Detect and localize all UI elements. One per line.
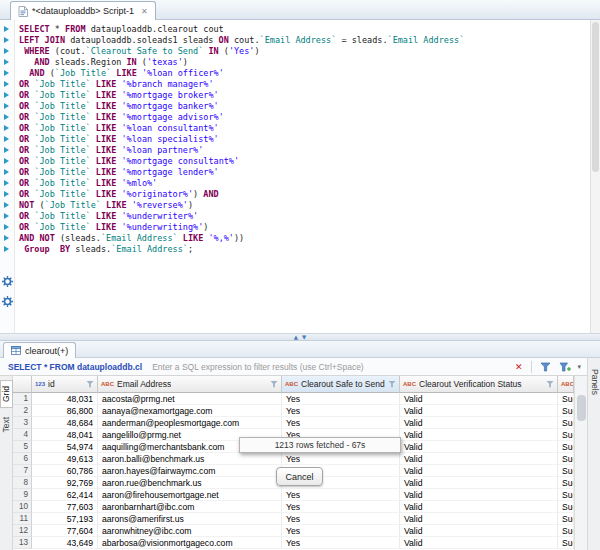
grid-cell[interactable]: 48,031 <box>32 393 98 405</box>
grid-cell[interactable]: Yes <box>282 537 400 549</box>
row-number[interactable]: 9 <box>13 489 32 501</box>
sql-code[interactable]: SELECT * FROM datauploaddb.clearout cout… <box>19 24 464 255</box>
grid-cell[interactable]: Yes <box>282 393 400 405</box>
view-tab-text[interactable]: Text <box>1 412 12 438</box>
statement-marker-icon[interactable] <box>4 37 9 43</box>
statement-marker-icon[interactable] <box>4 70 9 76</box>
row-number-header[interactable] <box>13 376 32 393</box>
table-row[interactable]: 1157,193aarons@amerifirst.usYesValidSucc… <box>13 513 574 525</box>
statement-marker-icon[interactable] <box>4 103 9 109</box>
apply-filter-icon[interactable] <box>536 362 555 372</box>
grid-cell[interactable]: Yes <box>282 525 400 537</box>
table-row[interactable]: 649,613aaron.balli@benchmark.usYesValidS… <box>13 453 574 465</box>
statement-marker-icon[interactable] <box>4 224 9 230</box>
grid-cell[interactable]: aacosta@prmg.net <box>98 393 282 405</box>
column-filter-icon[interactable] <box>388 380 396 388</box>
editor-results-splitter[interactable]: ▲▼ <box>0 333 600 341</box>
cancel-button[interactable]: Cancel <box>276 467 323 486</box>
statement-marker-icon[interactable] <box>4 26 9 32</box>
row-number[interactable]: 5 <box>13 441 32 453</box>
statement-marker-icon[interactable] <box>4 114 9 120</box>
column-filter-icon[interactable] <box>546 380 554 388</box>
grid-cell[interactable]: Succe <box>558 465 574 477</box>
statement-marker-icon[interactable] <box>4 213 9 219</box>
grid-cell[interactable]: aaron@firehousemortgage.net <box>98 489 282 501</box>
grid-cell[interactable]: 43,649 <box>32 537 98 549</box>
grid-cell[interactable]: Valid <box>400 417 558 429</box>
grid-cell[interactable]: Succe <box>558 429 574 441</box>
statement-marker-icon[interactable] <box>4 125 9 131</box>
row-number[interactable]: 4 <box>13 429 32 441</box>
grid-cell[interactable]: Valid <box>400 513 558 525</box>
column-header-email-address[interactable]: ABCEmail Address <box>98 376 282 393</box>
grid-cell[interactable]: Yes <box>282 501 400 513</box>
grid-cell[interactable]: aaron.hayes@fairwaymc.com <box>98 465 282 477</box>
row-number[interactable]: 10 <box>13 501 32 513</box>
grid-cell[interactable]: Succe <box>558 525 574 537</box>
column-filter-icon[interactable] <box>270 380 278 388</box>
column-filter-icon[interactable] <box>86 380 94 388</box>
grid-cell[interactable]: Yes <box>282 513 400 525</box>
scrollbar-thumb[interactable] <box>592 22 599 172</box>
statement-marker-icon[interactable] <box>4 158 9 164</box>
column-header-clearout-safe-to-send[interactable]: ABCClearout Safe to Send <box>282 376 400 393</box>
row-number[interactable]: 1 <box>13 393 32 405</box>
grid-cell[interactable]: Succe <box>558 417 574 429</box>
row-number[interactable]: 2 <box>13 405 32 417</box>
grid-scrollbar[interactable] <box>574 376 587 550</box>
grid-cell[interactable]: Yes <box>282 453 400 465</box>
row-number[interactable]: 6 <box>13 453 32 465</box>
grid-cell[interactable]: 92,769 <box>32 477 98 489</box>
grid-cell[interactable]: Valid <box>400 429 558 441</box>
table-row[interactable]: 348,684aanderman@peoplesmortgage.comYesV… <box>13 417 574 429</box>
sql-editor[interactable]: SELECT * FROM datauploaddb.clearout cout… <box>0 20 600 333</box>
filter-input[interactable] <box>152 362 510 372</box>
grid-cell[interactable]: Succe <box>558 453 574 465</box>
statement-marker-icon[interactable] <box>4 147 9 153</box>
grid-cell[interactable]: Valid <box>400 453 558 465</box>
grid-cell[interactable]: 54,974 <box>32 441 98 453</box>
grid-cell[interactable]: Valid <box>400 477 558 489</box>
results-tab-clearout[interactable]: clearout(+) <box>3 342 76 358</box>
grid-cell[interactable]: abarbosa@visionmortgageco.com <box>98 537 282 549</box>
grid-cell[interactable]: Valid <box>400 441 558 453</box>
statement-marker-icon[interactable] <box>4 191 9 197</box>
row-number[interactable]: 11 <box>13 513 32 525</box>
grid-cell[interactable]: aanaya@nexamortgage.com <box>98 405 282 417</box>
grid-scrollbar-thumb[interactable] <box>577 395 586 421</box>
statement-marker-icon[interactable] <box>4 202 9 208</box>
grid-cell[interactable]: aaronbarnhart@ibc.com <box>98 501 282 513</box>
grid-cell[interactable]: Yes <box>282 489 400 501</box>
statement-marker-icon[interactable] <box>4 246 9 252</box>
grid-cell[interactable]: Valid <box>400 525 558 537</box>
column-header-id[interactable]: 123id <box>32 376 98 393</box>
table-row[interactable]: 1343,649abarbosa@visionmortgageco.comYes… <box>13 537 574 549</box>
statement-marker-icon[interactable] <box>4 235 9 241</box>
grid-cell[interactable]: aaron.rue@benchmark.us <box>98 477 282 489</box>
column-header-clearout-verification-status[interactable]: ABCClearout Verification Status <box>400 376 558 393</box>
table-row[interactable]: 1077,603aaronbarnhart@ibc.comYesValidSuc… <box>13 501 574 513</box>
view-tab-grid[interactable]: Grid <box>0 380 13 408</box>
grid-cell[interactable]: 77,603 <box>32 501 98 513</box>
grid-cell[interactable]: 48,684 <box>32 417 98 429</box>
row-number[interactable]: 8 <box>13 477 32 489</box>
grid-cell[interactable]: Succe <box>558 441 574 453</box>
collapse-down-icon[interactable]: ▼ <box>302 334 306 340</box>
table-row[interactable]: 286,800aanaya@nexamortgage.comYesValidSu… <box>13 405 574 417</box>
grid-cell[interactable]: Succe <box>558 501 574 513</box>
grid-cell[interactable]: Succe <box>558 405 574 417</box>
grid-cell[interactable]: aarons@amerifirst.us <box>98 513 282 525</box>
statement-marker-icon[interactable] <box>4 48 9 54</box>
grid-cell[interactable]: Valid <box>400 393 558 405</box>
grid-cell[interactable]: 77,604 <box>32 525 98 537</box>
grid-cell[interactable]: Succe <box>558 489 574 501</box>
statement-marker-icon[interactable] <box>4 136 9 142</box>
grid-cell[interactable]: Valid <box>400 537 558 549</box>
save-filter-icon[interactable] <box>555 362 575 372</box>
table-row[interactable]: 1277,604aaronwhitney@ibc.comYesValidSucc… <box>13 525 574 537</box>
grid-cell[interactable]: 57,193 <box>32 513 98 525</box>
statement-marker-icon[interactable] <box>4 180 9 186</box>
clear-filter-icon[interactable]: ✕ <box>510 362 528 372</box>
gear-icon[interactable] <box>2 276 13 287</box>
statement-marker-icon[interactable] <box>4 81 9 87</box>
